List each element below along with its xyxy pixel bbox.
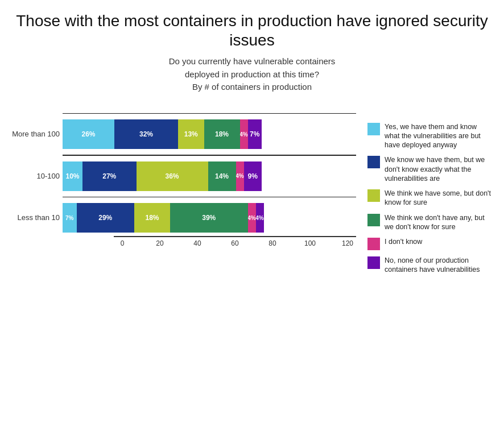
page-container: Those with the most containers in produc… [0, 0, 504, 435]
seg-1-2: 36% [137, 161, 208, 191]
seg-2-0: 7% [63, 203, 77, 233]
x-axis-labels: 0 20 40 60 80 100 120 [114, 239, 356, 247]
seg-1-3: 14% [208, 161, 236, 191]
seg-1-4: 4% [236, 161, 244, 191]
chart-left: More than 100 26% 32% 13% 18% 4% 7% 10-1… [11, 111, 356, 264]
legend-item-0: Yes, we have them and know what the vuln… [367, 122, 493, 150]
bar-row-0: 26% 32% 13% 18% 4% 7% [63, 119, 262, 149]
seg-0-2: 13% [178, 119, 204, 149]
x-label-6: 120 [339, 239, 356, 247]
bar-row-2: 7% 29% 18% 39% 4% 4% [63, 203, 264, 233]
seg-2-5: 4% [256, 203, 264, 233]
seg-0-0: 26% [63, 119, 114, 149]
seg-0-1: 32% [114, 119, 178, 149]
seg-1-5: 9% [244, 161, 262, 191]
legend-text-0: Yes, we have them and know what the vuln… [385, 122, 493, 150]
legend-color-5 [367, 256, 380, 269]
bar-label-row2: Less than 10 [11, 213, 60, 222]
legend-color-0 [367, 123, 380, 135]
legend-item-4: I don't know [367, 237, 493, 250]
bar-group-row1: 10-100 10% 27% 36% 14% 4% 9% [63, 161, 356, 191]
page-title: Those with the most containers in produc… [11, 11, 493, 49]
x-label-2: 40 [189, 239, 206, 247]
legend-color-2 [367, 189, 380, 202]
legend-item-2: We think we have some, but don't know fo… [367, 189, 493, 208]
bar-group-row0: More than 100 26% 32% 13% 18% 4% 7% [63, 119, 356, 149]
page-subtitle: Do you currently have vulnerable contain… [169, 55, 336, 94]
x-label-5: 100 [301, 239, 319, 247]
legend-color-3 [367, 214, 380, 226]
seg-0-3: 18% [204, 119, 240, 149]
x-label-0: 0 [114, 239, 131, 247]
bar-chart: More than 100 26% 32% 13% 18% 4% 7% 10-1… [11, 111, 356, 264]
x-label-4: 80 [264, 239, 281, 247]
legend-item-5: No, none of our production containers ha… [367, 256, 493, 275]
legend-item-3: We think we don't have any, but we don't… [367, 213, 493, 232]
chart-area: More than 100 26% 32% 13% 18% 4% 7% 10-1… [11, 111, 493, 275]
seg-2-4: 4% [248, 203, 256, 233]
top-sep-line [63, 113, 356, 114]
bar-group-row2: Less than 10 7% 29% 18% 39% 4% 4% [63, 203, 356, 233]
legend-item-1: We know we have them, but we don't know … [367, 155, 493, 183]
x-label-1: 20 [151, 239, 168, 247]
sep-line-1 [63, 155, 356, 156]
seg-1-1: 27% [82, 161, 137, 191]
seg-2-1: 29% [77, 203, 135, 233]
x-axis: 0 20 40 60 80 100 120 [63, 236, 356, 247]
legend-color-4 [367, 238, 380, 250]
x-axis-line [114, 236, 356, 237]
legend-text-3: We think we don't have any, but we don't… [385, 213, 493, 232]
legend: Yes, we have them and know what the vuln… [367, 122, 493, 275]
legend-text-5: No, none of our production containers ha… [385, 256, 493, 275]
sep-line-2 [63, 197, 356, 198]
legend-color-1 [367, 156, 380, 168]
seg-0-4: 4% [240, 119, 248, 149]
x-label-3: 60 [226, 239, 243, 247]
bar-row-1: 10% 27% 36% 14% 4% 9% [63, 161, 262, 191]
bar-label-row0: More than 100 [11, 130, 60, 139]
legend-text-1: We know we have them, but we don't know … [385, 155, 493, 183]
legend-text-4: I don't know [385, 237, 422, 246]
seg-2-2: 18% [134, 203, 170, 233]
seg-0-5: 7% [248, 119, 262, 149]
seg-1-0: 10% [63, 161, 82, 191]
legend-text-2: We think we have some, but don't know fo… [385, 189, 493, 208]
bar-label-row1: 10-100 [11, 172, 60, 181]
seg-2-3: 39% [170, 203, 248, 233]
